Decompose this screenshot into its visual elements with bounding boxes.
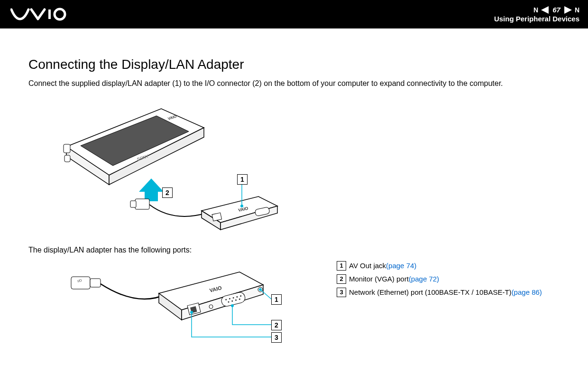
port-item-2: 2 Monitor (VGA) port (page 72) [337,274,542,284]
callout-port-3: 3 [271,332,282,343]
svg-rect-12 [130,201,136,207]
port-label-3: Network (Ethernet) port (100BASE-TX / 10… [349,288,512,296]
header-nav: N 67 N Using Peripheral Devices [494,6,579,23]
svg-point-30 [209,305,213,309]
page-number: 67 [552,6,560,14]
nav-n-right: N [575,6,579,14]
port-link-2[interactable]: (page 72) [409,275,439,283]
port-item-1: 1 AV Out jack (page 74) [337,261,542,271]
page-title: Connecting the Display/LAN Adapter [28,57,560,72]
page-nav: N 67 N [533,6,579,14]
page-content: Connecting the Display/LAN Adapter Conne… [0,28,588,350]
svg-rect-6 [64,144,70,153]
prev-page-icon[interactable] [541,6,549,14]
port-link-3[interactable]: (page 86) [512,288,542,296]
svg-point-43 [259,288,262,291]
svg-rect-17 [212,213,222,221]
svg-rect-0 [48,9,51,19]
svg-marker-10 [139,178,164,201]
port-label-2: Monitor (VGA) port [349,275,409,283]
svg-point-1 [55,9,65,19]
header-bar: N 67 N Using Peripheral Devices [0,0,588,28]
port-num-1: 1 [337,261,346,271]
port-link-1[interactable]: (page 74) [386,262,416,270]
figure1-svg: SONY VAIO VAIO [47,94,294,237]
port-num-2: 2 [337,274,346,284]
svg-rect-11 [135,199,149,209]
figure2-svg: I/O VAIO [66,265,294,360]
ports-intro: The display/LAN adapter has the followin… [28,245,560,255]
callout-2: 2 [162,187,173,198]
port-label-1: AV Out jack [349,262,386,270]
next-page-icon[interactable] [564,6,572,14]
intro-paragraph: Connect the supplied display/LAN adapter… [28,79,560,89]
svg-rect-7 [64,155,70,162]
svg-point-44 [231,304,234,307]
figure-adapter-ports: I/O VAIO [66,265,313,350]
ports-area: I/O VAIO [47,261,560,350]
svg-point-45 [190,311,193,314]
vaio-logo [10,8,67,21]
port-num-3: 3 [337,288,346,297]
nav-n-left: N [533,6,538,14]
ports-list: 1 AV Out jack (page 74) 2 Monitor (VGA) … [337,261,542,350]
figure-device-and-adapter: SONY VAIO VAIO [47,94,294,237]
port-item-3: 3 Network (Ethernet) port (100BASE-TX / … [337,288,542,297]
svg-point-20 [240,205,243,207]
section-title: Using Peripheral Devices [494,15,579,23]
callout-port-2: 2 [271,320,282,330]
vaio-logo-svg [10,8,67,21]
callout-1: 1 [237,174,248,185]
svg-rect-22 [90,279,101,287]
callout-port-1: 1 [271,294,282,305]
